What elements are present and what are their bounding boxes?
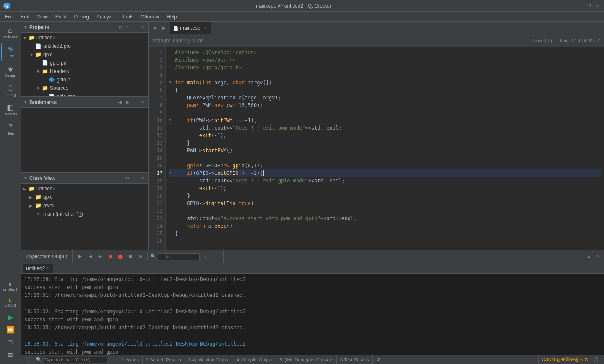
menu-debug[interactable]: Debug: [71, 13, 92, 21]
status-tab-search[interactable]: 2 Search Results: [143, 355, 185, 364]
code-editor[interactable]: 1 2 3 4 5 6 7 8 9 10 11 12 13 14: [149, 47, 604, 250]
code-content[interactable]: #include <QCoreApplication> #include <pw…: [166, 47, 604, 250]
code-line-15: [169, 154, 601, 162]
bookmarks-prev-btn[interactable]: ◀: [117, 99, 123, 106]
prev-btn[interactable]: ◀: [86, 252, 94, 261]
menu-file[interactable]: File: [2, 13, 16, 21]
tab-back-btn[interactable]: ◀: [151, 24, 159, 32]
status-tab-test[interactable]: 8 Test Results: [337, 355, 373, 364]
maximize-button[interactable]: ☐: [586, 3, 592, 9]
tree-item-untitled2pro[interactable]: 📄 untitled2.pro: [21, 42, 148, 50]
func-breadcrumb: main(int, char **) -> int: [152, 38, 203, 44]
projects-panel-title: Projects: [29, 24, 49, 30]
code-line-10: ▼ if(PWM->initPWM()==-1){: [169, 117, 601, 124]
projects-filter-btn[interactable]: ⚙: [117, 24, 123, 31]
design-label: Design: [4, 73, 16, 78]
editor-tabbar: ◀ ▶ 📄 main.cpp ✕: [149, 22, 604, 34]
code-line-16: gpio* GPIO=new gpio(0,1);: [169, 162, 601, 169]
panel-up-btn[interactable]: ▲: [585, 252, 593, 261]
line-col-label: Line: 17, Col: 30: [560, 38, 594, 43]
sidebar-item-welcome[interactable]: ⌂ Welcome: [1, 23, 20, 42]
add-tab-btn[interactable]: +: [201, 252, 210, 261]
sidebar-item-profile[interactable]: ⏩: [1, 324, 20, 335]
filter-input[interactable]: [158, 253, 200, 260]
menu-view[interactable]: View: [34, 13, 51, 21]
menu-edit[interactable]: Edit: [17, 13, 33, 21]
menu-build[interactable]: Build: [52, 13, 70, 21]
status-tab-qml[interactable]: 5 QML Debugger Console: [276, 355, 337, 364]
projects-add-btn[interactable]: +: [132, 24, 138, 31]
code-line-24: return a.exec();: [169, 222, 601, 230]
tab-forward-btn[interactable]: ▶: [160, 24, 168, 32]
tree-item-gpioh[interactable]: 🔷 gpio.h: [21, 75, 148, 84]
minimize-button[interactable]: —: [577, 3, 584, 9]
editor-tab-maincpp[interactable]: 📄 main.cpp ✕: [170, 22, 211, 34]
line-num: 1: [149, 49, 165, 56]
classview-panel: ▼ Class View ⚙ + ✕ ▶ 📁 unti: [21, 172, 148, 250]
code-line-5: ▼int main(int argc, char *argv[]): [169, 79, 601, 86]
bookmarks-close-btn[interactable]: ✕: [139, 99, 146, 106]
close-tab-btn[interactable]: —: [211, 252, 220, 261]
cv-item-gpio[interactable]: ▶ 📁 gpio: [21, 193, 148, 201]
clear-btn[interactable]: ⏹: [126, 252, 135, 261]
status-search[interactable]: 🔍: [34, 357, 118, 363]
status-tab-appout[interactable]: 3 Application Output: [185, 355, 233, 364]
projects-sync-btn[interactable]: ⟲: [124, 24, 131, 31]
sidebar-item-debug-bottom[interactable]: 🐛 Debug: [1, 295, 20, 310]
projects-close-btn[interactable]: ✕: [139, 24, 146, 31]
menu-window[interactable]: Window: [138, 13, 163, 21]
menu-tools[interactable]: Tools: [119, 13, 137, 21]
output-subtab-untitled2[interactable]: untitled2 ✕: [23, 264, 53, 273]
cv-item-untitled2[interactable]: ▶ 📁 untitled2: [21, 185, 148, 193]
close-button[interactable]: ✕: [594, 3, 601, 9]
profile-icon: ⏩: [6, 326, 15, 334]
record-btn[interactable]: ⬤: [116, 252, 125, 261]
sidebar-item-design[interactable]: ◈ Design: [1, 62, 20, 81]
tree-item-gpiocpp[interactable]: 📄 gpio.cpp: [21, 92, 148, 96]
locate-input[interactable]: [44, 357, 107, 363]
cv-item-pwm[interactable]: ▶ 📁 pwm: [21, 201, 148, 210]
sidebar-item-test[interactable]: ☑: [1, 336, 20, 348]
settings-btn[interactable]: ⚙: [136, 252, 145, 261]
sidebar-item-edit[interactable]: ✎ Edit: [1, 43, 20, 61]
next-btn[interactable]: ▶: [96, 252, 104, 261]
status-settings-btn[interactable]: ⚙: [373, 355, 384, 364]
stop-btn[interactable]: ⏹: [106, 252, 115, 261]
bookmarks-add-btn[interactable]: +: [132, 99, 138, 106]
sidebar-item-help[interactable]: ? Help: [1, 120, 20, 138]
tab-close-btn[interactable]: ✕: [204, 26, 207, 31]
tree-item-gpio[interactable]: ▼ 📁 gpio: [21, 50, 148, 59]
line-num: 15: [149, 154, 165, 162]
sidebar-item-terminal[interactable]: ⊞: [1, 349, 20, 361]
welcome-icon: ⌂: [8, 26, 13, 34]
line-num: 4: [149, 71, 165, 79]
edit-label: Edit: [8, 54, 14, 58]
subtab-close-btn[interactable]: ✕: [47, 266, 50, 270]
play-btn[interactable]: ▶: [76, 252, 84, 261]
status-tab-issues[interactable]: 1 Issues: [118, 355, 143, 364]
classview-tree: ▶ 📁 untitled2 ▶ 📁 gpio ▶ 📁 pwm: [21, 184, 148, 250]
classview-add-btn[interactable]: +: [132, 175, 138, 182]
tree-item-untitled2[interactable]: ▼ 📁 untitled2: [21, 34, 148, 42]
cv-item-main[interactable]: 🔹 main (int, char *[]): [21, 210, 148, 218]
output-line: 17:26:31: /home/orangepi/build-untitled2…: [24, 291, 601, 299]
tree-item-gpio-sources[interactable]: ▼ 📁 Sources: [21, 84, 148, 92]
code-line-13: }: [169, 139, 601, 147]
sidebar-item-projects[interactable]: ◧ Projects: [1, 101, 20, 119]
bookmarks-next-btn[interactable]: ▶: [124, 99, 131, 106]
sidebar-item-untitled2[interactable]: 🖥 untitled2: [1, 279, 20, 294]
classview-close-btn[interactable]: ✕: [139, 175, 146, 182]
menu-help[interactable]: Help: [163, 13, 180, 21]
tree-item-gpio-headers[interactable]: ▼ 📁 Headers: [21, 67, 148, 75]
panel-close-btn[interactable]: ✕: [594, 252, 602, 261]
status-tab-compile[interactable]: 4 Compile Output: [233, 355, 276, 364]
tab-appout[interactable]: Application Output: [21, 250, 73, 263]
tree-item-gpiori[interactable]: 📄 gpio.pri: [21, 59, 148, 67]
sidebar-item-run[interactable]: ▶: [1, 311, 20, 323]
classview-filter-btn[interactable]: ⚙: [124, 175, 131, 182]
file-icon: 📄: [49, 94, 55, 96]
status-issues-icon[interactable]: ⬛: [23, 355, 34, 364]
projects-panel: ▼ Projects ⚙ ⟲ + ✕ ▼: [21, 22, 148, 97]
menu-analyze[interactable]: Analyze: [93, 13, 118, 21]
sidebar-item-debug[interactable]: ⬡ Debug: [1, 81, 20, 100]
